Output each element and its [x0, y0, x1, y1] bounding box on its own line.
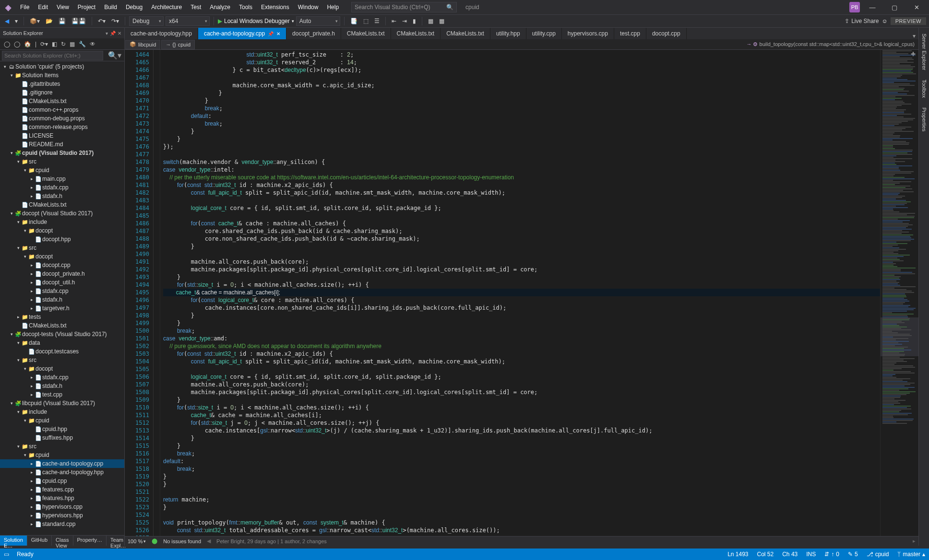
tree-item[interactable]: ▾📁src — [0, 244, 124, 252]
tree-item[interactable]: ▾🧩docopt-tests (Visual Studio 2017) — [0, 330, 124, 338]
fold-gutter[interactable] — [154, 50, 160, 536]
solution-explorer-search[interactable] — [2, 51, 103, 60]
se-fwd-icon[interactable]: ◯ — [13, 41, 21, 47]
tree-item[interactable]: ▸📄docopt_private.h — [0, 269, 124, 278]
status-push[interactable]: ⇵ ↑0 — [824, 551, 839, 558]
menu-debug[interactable]: Debug — [122, 2, 146, 12]
doc-tab[interactable]: test.cpp — [614, 28, 646, 39]
tree-item[interactable]: ▾🧩docopt (Visual Studio 2017) — [0, 209, 124, 218]
breadcrumb-project[interactable]: 📦 libcpuid — [125, 40, 160, 49]
user-avatar[interactable]: PB — [849, 2, 860, 12]
status-branch[interactable]: ᛘ master ▴ — [897, 551, 925, 558]
tree-item[interactable]: ▸📄stdafx.cpp — [0, 287, 124, 295]
tree-item[interactable]: ▸📄stdafx.h — [0, 295, 124, 304]
doc-tab[interactable]: cache-and-topology.hpp — [125, 28, 198, 39]
zoom-dropdown[interactable]: 100 % ▾ — [128, 538, 146, 544]
se-preview-icon[interactable]: 👁 — [89, 41, 96, 47]
panel-close-button[interactable]: ✕ — [118, 31, 121, 36]
redo-button[interactable]: ↷▾ — [109, 18, 121, 24]
se-refresh-icon[interactable]: ↻ — [60, 41, 67, 47]
toolbar-icon-7[interactable]: ▦ — [426, 18, 435, 24]
toolbar-icon-5[interactable]: ⇥ — [400, 18, 409, 24]
tree-item[interactable]: ▸📄stdafx.cpp — [0, 183, 124, 192]
vtab-server-explorer[interactable]: Server Explorer — [920, 31, 928, 73]
status-repo[interactable]: ⎇ cpuid — [867, 551, 889, 558]
minimap[interactable]: ✚ — [880, 50, 918, 536]
breadcrumb-scope[interactable]: → {} cpuid — [161, 40, 195, 49]
tree-item[interactable]: ▸📄targetver.h — [0, 304, 124, 313]
menu-architecture[interactable]: Architecture — [147, 2, 186, 12]
tree-item[interactable]: ▸📄test.cpp — [0, 390, 124, 399]
status-line[interactable]: Ln 1493 — [727, 551, 748, 558]
se-properties-icon[interactable]: 🔧 — [78, 41, 87, 47]
status-ch[interactable]: Ch 43 — [782, 551, 798, 558]
sidebar-tab[interactable]: Property… — [73, 536, 107, 546]
sidebar-tab[interactable]: Solution E… — [0, 536, 27, 546]
feedback-icon[interactable]: ☺ — [882, 18, 888, 24]
tree-item[interactable]: ▾📁cpuid — [0, 416, 124, 425]
se-sync-icon[interactable]: ⟳▾ — [39, 41, 49, 47]
config-dropdown[interactable]: Debug — [129, 16, 164, 26]
tree-item[interactable]: ▸📄cache-and-topology.hpp — [0, 468, 124, 477]
tree-item[interactable]: 📄CMakeLists.txt — [0, 321, 124, 330]
menu-project[interactable]: Project — [74, 2, 99, 12]
split-button[interactable]: ✚ — [911, 51, 916, 58]
sidebar-tab[interactable]: GitHub — [27, 536, 52, 546]
tree-item[interactable]: ▾📁data — [0, 338, 124, 347]
se-collapse-icon[interactable]: ◧ — [51, 41, 58, 47]
tree-item[interactable]: 📄common-c++.props — [0, 105, 124, 114]
platform-dropdown[interactable]: x64 — [166, 16, 210, 26]
menu-window[interactable]: Window — [294, 2, 322, 12]
toolbar-icon-6[interactable]: ▮ — [411, 18, 418, 24]
tree-item[interactable]: 📄common-release.props — [0, 123, 124, 131]
tree-item[interactable]: ▾📁docopt — [0, 226, 124, 235]
save-button[interactable]: 💾 — [57, 18, 68, 24]
tree-item[interactable]: ▾📁cpuid — [0, 451, 124, 459]
tree-item[interactable]: ▸📄features.cpp — [0, 485, 124, 494]
breadcrumb-method[interactable]: → ⚙ build_topology(const std::map<std::u… — [746, 41, 918, 47]
doc-tab[interactable]: utility.hpp — [490, 28, 526, 39]
doc-tab[interactable]: CMakeLists.txt — [441, 28, 490, 39]
tree-item[interactable]: ▾📁src — [0, 356, 124, 364]
minimize-button[interactable]: — — [863, 0, 882, 14]
close-tab-icon[interactable]: ✕ — [276, 31, 280, 36]
tree-item[interactable]: ▸📄main.cpp — [0, 175, 124, 183]
tree-item[interactable]: ▸📄docopt_util.h — [0, 278, 124, 287]
tree-item[interactable]: 📄README.md — [0, 140, 124, 149]
tree-item[interactable]: ▸📄cpuid.cpp — [0, 477, 124, 485]
toolbar-icon-8[interactable]: ▦ — [437, 18, 446, 24]
se-home-icon[interactable]: 🏠 — [23, 41, 32, 47]
liveshare-button[interactable]: ⇪ Live Share — [845, 18, 879, 24]
tree-item[interactable]: ▾📁docopt — [0, 252, 124, 261]
tree-item[interactable]: ▾🧩libcpuid (Visual Studio 2017) — [0, 399, 124, 408]
menu-help[interactable]: Help — [323, 2, 343, 12]
doc-tab[interactable]: cache-and-topology.cpp 📌 ✕ — [198, 28, 286, 39]
tree-item[interactable]: ▾📁docopt — [0, 364, 124, 373]
global-search-input[interactable]: Search Visual Studio (Ctrl+Q) 🔍 — [351, 2, 457, 12]
sidebar-tab[interactable]: Class View — [52, 536, 73, 546]
close-button[interactable]: ✕ — [907, 0, 926, 14]
tree-item[interactable]: ▾📁include — [0, 408, 124, 416]
tree-item[interactable]: ▸📄cache-and-topology.cpp — [0, 459, 124, 468]
menu-build[interactable]: Build — [100, 2, 121, 12]
se-showall-icon[interactable]: ▦ — [69, 41, 76, 47]
tree-item[interactable]: ▸📄stdafx.cpp — [0, 373, 124, 382]
tree-item[interactable]: ▸📁tests — [0, 313, 124, 321]
thread-dropdown[interactable]: Auto — [296, 16, 340, 26]
menu-view[interactable]: View — [53, 2, 73, 12]
tree-item[interactable]: 📄docopt.hpp — [0, 235, 124, 244]
tree-item[interactable]: ▸📄docopt.cpp — [0, 261, 124, 269]
menu-test[interactable]: Test — [187, 2, 205, 12]
codelens-blame[interactable]: Peter Bright, 29 days ago | 1 author, 2 … — [216, 538, 327, 544]
doc-tab[interactable]: CMakeLists.txt — [391, 28, 441, 39]
code-content[interactable]: std::uint32_t perf_tsc_size : 2; std::ui… — [160, 50, 880, 536]
undo-button[interactable]: ↶▾ — [96, 18, 107, 24]
vtab-properties[interactable]: Properties — [920, 105, 928, 134]
forward-button[interactable]: ▾ — [13, 18, 20, 24]
tree-item[interactable]: ▸📄hypervisors.cpp — [0, 502, 124, 511]
vtab-toolbox[interactable]: Toolbox — [920, 77, 928, 101]
tree-item[interactable]: 📄.gitignore — [0, 88, 124, 97]
toolbar-icon-4[interactable]: ⇤ — [390, 18, 398, 24]
tree-item[interactable]: 📄CMakeLists.txt — [0, 200, 124, 209]
tree-item[interactable]: ▾📁Solution Items — [0, 71, 124, 80]
